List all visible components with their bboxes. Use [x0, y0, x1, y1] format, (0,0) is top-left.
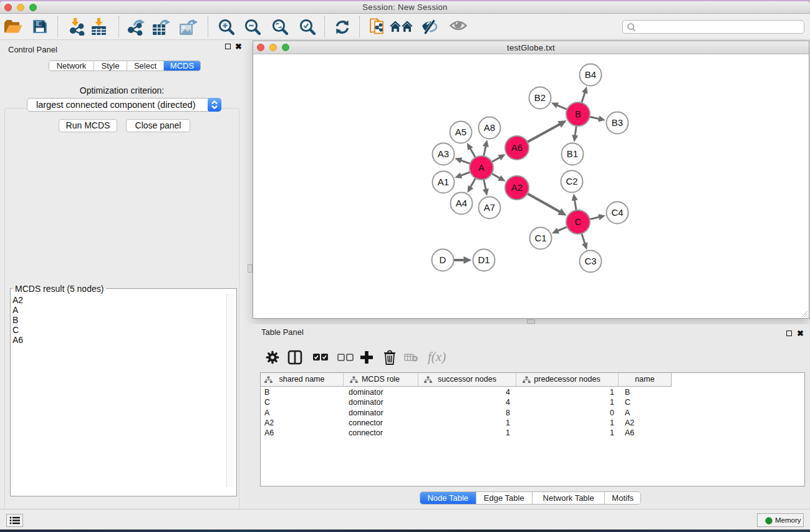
svg-text:B1: B1	[567, 148, 578, 159]
svg-text:C2: C2	[566, 176, 577, 186]
svg-text:A2: A2	[511, 182, 523, 193]
svg-text:C3: C3	[584, 256, 596, 266]
svg-text:C: C	[575, 216, 582, 227]
svg-text:A6: A6	[511, 142, 523, 153]
svg-text:A8: A8	[484, 122, 495, 133]
svg-text:B2: B2	[534, 92, 546, 103]
svg-text:D: D	[440, 254, 446, 265]
svg-text:B3: B3	[612, 117, 623, 128]
svg-text:B4: B4	[585, 69, 596, 80]
svg-text:B: B	[575, 109, 581, 119]
svg-text:C1: C1	[534, 233, 546, 243]
svg-text:C4: C4	[611, 207, 623, 218]
svg-text:A4: A4	[456, 198, 467, 208]
svg-text:A: A	[478, 162, 485, 173]
svg-text:A3: A3	[438, 148, 449, 159]
svg-text:A5: A5	[455, 127, 466, 137]
svg-text:D1: D1	[478, 254, 489, 265]
svg-text:A1: A1	[438, 177, 449, 187]
svg-text:A7: A7	[484, 202, 495, 213]
